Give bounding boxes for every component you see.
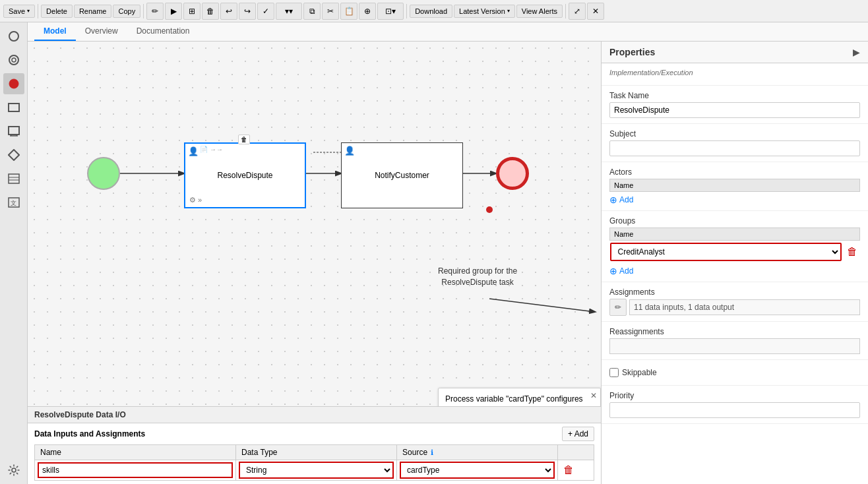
data-inputs-table: Name Data Type Source ℹ: [34, 444, 594, 481]
reassignments-input[interactable]: [609, 338, 860, 354]
skippable-label: Skippable: [622, 368, 657, 377]
sidebar-icon-filled-circle[interactable]: [3, 73, 24, 94]
sidebar-icon-list[interactable]: [3, 168, 24, 189]
row-source-cell[interactable]: cardType processVar1: [397, 460, 558, 481]
sidebar-icon-text[interactable]: 文: [3, 192, 24, 213]
paste-icon-btn[interactable]: 📋: [340, 3, 357, 20]
groups-add-link[interactable]: ⊕ Add: [609, 266, 860, 276]
skippable-checkbox[interactable]: [609, 368, 619, 377]
toolbar-sep-2: [143, 4, 144, 18]
tab-overview[interactable]: Overview: [76, 22, 127, 41]
cut-icon-btn[interactable]: ✂: [322, 3, 339, 20]
resolve-node-label: ResolveDispute: [217, 171, 272, 180]
canvas-area[interactable]: 👤 📄→→ ResolveDispute ⚙ » 🗑 👤 NotifyCusto…: [28, 42, 601, 484]
copy-button[interactable]: Copy: [113, 5, 140, 18]
view2-icon-btn[interactable]: ⊡▾: [377, 3, 404, 20]
svg-point-15: [12, 468, 16, 472]
assignments-label: Assignments: [609, 287, 860, 297]
group-delete-button[interactable]: 🗑: [844, 245, 860, 259]
row-datatype-cell[interactable]: String Integer Boolean: [236, 460, 397, 481]
col-data-type-header: Data Type: [236, 445, 397, 460]
version-dropdown-arrow[interactable]: ▾: [507, 8, 510, 14]
priority-label: Priority: [609, 391, 860, 400]
save-dropdown-arrow[interactable]: ▾: [27, 8, 30, 14]
close-icon-btn[interactable]: ✕: [587, 3, 604, 20]
sidebar-icon-diamond[interactable]: [3, 144, 24, 166]
task-name-input[interactable]: [609, 102, 860, 118]
notify-customer-node[interactable]: 👤 NotifyCustomer: [341, 142, 463, 208]
assignments-section: Assignments ✏: [602, 282, 868, 322]
reassignments-section: Reassignments: [602, 322, 868, 360]
properties-title: Properties: [609, 47, 655, 57]
skills-datatype-select[interactable]: String Integer Boolean: [239, 462, 394, 479]
sidebar-icon-ring[interactable]: [3, 49, 24, 71]
sidebar-icon-gear[interactable]: [3, 460, 24, 481]
copy2-icon-btn[interactable]: ⧉: [303, 3, 321, 20]
group-select[interactable]: CreditAnalyst Manager: [610, 243, 842, 261]
svg-point-0: [9, 32, 18, 41]
skills-source-select[interactable]: cardType processVar1: [400, 462, 555, 479]
skippable-section: Skippable: [602, 360, 868, 386]
task-name-section: Task Name: [602, 86, 868, 124]
view-alerts-button[interactable]: View Alerts: [516, 5, 563, 18]
col-source-header: Source ℹ: [397, 445, 558, 460]
resolve-dispute-node[interactable]: 👤 📄→→ ResolveDispute ⚙ » 🗑: [184, 142, 306, 208]
col-actions-header: [558, 445, 594, 460]
toolbar-sep-3: [406, 4, 407, 18]
notify-user-icon: 👤: [344, 146, 355, 156]
delete-button[interactable]: Delete: [41, 5, 73, 18]
data-panel-header: ResolveDispute Data I/O: [28, 407, 601, 423]
add-data-input-button[interactable]: + Add: [562, 427, 594, 441]
sidebar-icon-circle[interactable]: [3, 26, 24, 47]
play-icon-btn[interactable]: ▶: [165, 3, 182, 20]
assignments-edit-btn[interactable]: ✏: [609, 299, 627, 316]
svg-point-1: [9, 55, 18, 65]
end-node[interactable]: [496, 157, 529, 190]
start-node[interactable]: [87, 157, 120, 190]
resolve-type-icons: 📄→→: [200, 146, 223, 153]
save-button[interactable]: Save ▾: [3, 5, 35, 18]
group-select-cell: CreditAnalyst Manager 🗑: [610, 241, 860, 263]
actors-section: Actors Name ⊕ Add: [602, 162, 868, 211]
tab-documentation[interactable]: Documentation: [127, 22, 199, 41]
pencil-icon-btn[interactable]: ✏: [146, 3, 164, 20]
sidebar-icon-screen[interactable]: [3, 121, 24, 142]
content-area: 👤 📄→→ ResolveDispute ⚙ » 🗑 👤 NotifyCusto…: [28, 42, 868, 484]
data-panel-body: Data Inputs and Assignments + Add Name: [28, 423, 601, 484]
sidebar-icon-rectangle[interactable]: [3, 97, 24, 118]
properties-header: Properties ▶: [602, 42, 868, 63]
latest-version-button[interactable]: Latest Version ▾: [454, 5, 515, 18]
properties-expand-btn[interactable]: ▶: [853, 47, 860, 57]
resolve-settings-icon: ⚙ »: [189, 196, 202, 204]
data-panel: ResolveDispute Data I/O Data Inputs and …: [28, 406, 601, 484]
data-panel-title: ResolveDispute Data I/O: [34, 410, 126, 419]
paste2-icon-btn[interactable]: ⊕: [359, 3, 376, 20]
reassignments-label: Reassignments: [609, 327, 860, 336]
row-delete-cell[interactable]: 🗑: [558, 460, 594, 481]
download-button[interactable]: Download: [410, 5, 452, 18]
grid-icon-btn[interactable]: ⊞: [183, 3, 201, 20]
redo-icon-btn[interactable]: ↪: [239, 3, 256, 20]
trash-icon-btn[interactable]: 🗑: [202, 3, 219, 20]
svg-point-2: [12, 58, 16, 62]
groups-label: Groups: [609, 216, 860, 226]
rename-button[interactable]: Rename: [74, 5, 112, 18]
priority-input[interactable]: [609, 402, 860, 418]
source-info-icon: ℹ: [431, 448, 433, 456]
actors-add-link[interactable]: ⊕ Add: [609, 195, 860, 205]
svg-rect-5: [9, 127, 19, 135]
row-name-cell[interactable]: [35, 460, 236, 481]
subject-input[interactable]: [609, 140, 860, 156]
undo-icon-btn[interactable]: ↩: [220, 3, 237, 20]
tab-model[interactable]: Model: [34, 22, 76, 41]
maximize-icon-btn[interactable]: ⤢: [569, 3, 586, 20]
svg-rect-10: [9, 174, 19, 183]
skills-delete-button[interactable]: 🗑: [561, 463, 576, 477]
subject-section: Subject: [602, 124, 868, 162]
callout-close-btn[interactable]: ✕: [590, 390, 597, 402]
left-sidebar: 文: [0, 22, 28, 484]
down-arrow-icon-btn[interactable]: ▾▾: [276, 3, 302, 20]
check-icon-btn[interactable]: ✓: [257, 3, 274, 20]
skills-name-input[interactable]: [38, 462, 233, 478]
resolve-delete-icon[interactable]: 🗑: [238, 135, 250, 144]
